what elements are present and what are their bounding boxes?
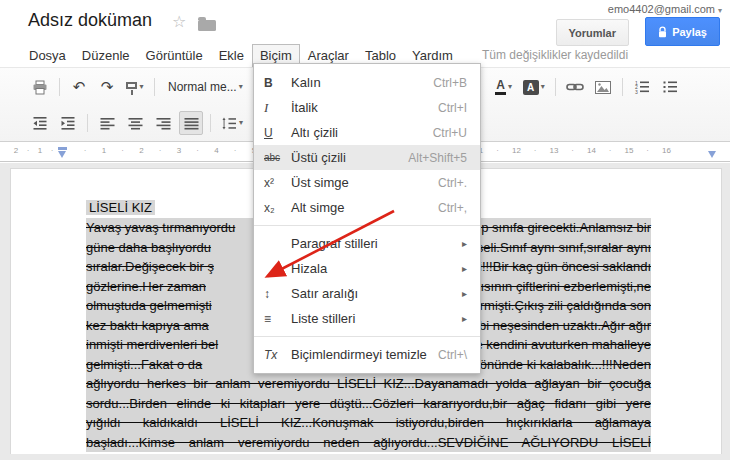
superscript-icon: x²	[264, 176, 291, 190]
toolbar-separator	[87, 114, 88, 132]
clear-formatting-icon: Tx	[264, 348, 291, 362]
share-button[interactable]: Paylaş	[645, 17, 720, 46]
account-menu[interactable]: emo4402@gmail.com▾	[608, 3, 722, 15]
doc-line: sordu...Birden elinde ki kitapları yere …	[86, 394, 651, 414]
line-spacing-icon	[221, 117, 237, 130]
chevron-down-icon: ▾	[718, 6, 722, 15]
increase-indent-button[interactable]	[56, 111, 80, 135]
undo-button[interactable]: ↶	[67, 75, 91, 99]
styles-value: Normal me...	[168, 80, 237, 94]
insert-link-button[interactable]	[563, 75, 587, 99]
menu-item-alt-simge[interactable]: x₂ Alt simge Ctrl+,	[254, 195, 480, 220]
align-right-button[interactable]	[151, 111, 175, 135]
menu-item-ust-simge[interactable]: x² Üst simge Ctrl+.	[254, 170, 480, 195]
ruler-mark: ·	[121, 146, 124, 156]
comments-button[interactable]: Yorumlar	[556, 19, 629, 46]
print-button[interactable]	[28, 75, 52, 99]
menu-item-bicimlendirmeyi-temizle[interactable]: Tx Biçimlendirmeyi temizle Ctrl+\	[254, 342, 480, 367]
ruler-mark: 1	[38, 146, 42, 156]
paint-format-button[interactable]: ▾	[123, 75, 147, 99]
insert-image-button[interactable]	[591, 75, 615, 99]
image-icon	[595, 81, 611, 94]
list-styles-icon: ≡	[264, 312, 291, 326]
menu-item-kalin[interactable]: B Kalın Ctrl+B	[254, 70, 480, 95]
menu-goruntule[interactable]: Görüntüle	[138, 44, 211, 67]
align-center-icon	[128, 117, 143, 130]
toolbar-separator	[154, 78, 155, 96]
chevron-down-icon: ▾	[239, 119, 243, 127]
highlight-color-icon: A	[523, 80, 539, 95]
undo-icon: ↶	[73, 79, 86, 95]
toolbar-separator	[59, 78, 60, 96]
text-color-icon: A	[495, 79, 506, 95]
ruler-mark: ·	[51, 146, 54, 156]
bullet-list-button[interactable]	[658, 75, 682, 99]
doc-line: başladı...Kimse anlam veremiyordu neden …	[86, 433, 651, 453]
numbered-list-button[interactable]: 1 2 3	[630, 75, 654, 99]
ruler-mark: 16	[662, 146, 671, 156]
decrease-indent-icon	[32, 116, 48, 130]
ruler-mark: 12	[512, 146, 521, 156]
chevron-down-icon: ▾	[508, 83, 512, 91]
bold-icon: B	[264, 76, 291, 90]
chevron-down-icon: ▾	[239, 83, 243, 91]
align-justify-button[interactable]	[179, 111, 203, 135]
highlight-color-button[interactable]: A ▾	[520, 75, 548, 99]
ruler-mark: ·	[196, 146, 199, 156]
toolbar-separator	[622, 78, 623, 96]
menu-item-alti-cizili[interactable]: U Altı çizili Ctrl+U	[254, 120, 480, 145]
ruler-mark: 1	[102, 146, 106, 156]
menu-ekle[interactable]: Ekle	[211, 44, 252, 67]
submenu-arrow-icon: ▸	[462, 313, 467, 324]
toolbar-separator	[555, 78, 556, 96]
redo-button[interactable]: ↷	[95, 75, 119, 99]
line-spacing-button[interactable]: ▾	[218, 111, 246, 135]
subscript-icon: x₂	[264, 201, 291, 215]
left-indent-marker[interactable]	[58, 151, 66, 158]
menu-separator	[254, 225, 480, 226]
google-docs-window: emo4402@gmail.com▾ Adsız doküman ☆ Yorum…	[0, 0, 730, 460]
doc-line: ağlıyordu herkes bir anlam veremiyordu L…	[86, 374, 651, 394]
menu-item-ustu-cizili[interactable]: abc Üstü çizili Alt+Shift+5	[254, 145, 480, 170]
ruler-mark: ·	[646, 146, 649, 156]
styles-dropdown[interactable]: Normal me... ▾	[162, 75, 249, 99]
link-icon	[566, 81, 584, 93]
menu-item-liste-stilleri[interactable]: ≡ Liste stilleri ▸	[254, 306, 480, 331]
menu-item-paragraf-stilleri[interactable]: Paragraf stilleri ▸	[254, 231, 480, 256]
header: emo4402@gmail.com▾ Adsız doküman ☆ Yorum…	[0, 0, 730, 44]
right-indent-marker[interactable]	[708, 151, 716, 158]
first-line-indent-marker[interactable]	[58, 147, 67, 150]
ruler-mark: ·	[496, 146, 499, 156]
account-email: emo4402@gmail.com	[608, 3, 715, 15]
ruler-mark: 4	[214, 146, 218, 156]
text-color-button[interactable]: A ▾	[492, 75, 516, 99]
ruler-mark: 14	[587, 146, 596, 156]
menu-item-italik[interactable]: I İtalik Ctrl+I	[254, 95, 480, 120]
chevron-down-icon: ▾	[139, 83, 143, 91]
folder-icon[interactable]	[198, 20, 216, 31]
ruler-mark: ·	[609, 146, 612, 156]
menu-separator	[254, 336, 480, 337]
ruler-mark: 2	[139, 146, 143, 156]
ruler-mark: ·	[159, 146, 162, 156]
ruler-mark: 13	[550, 146, 559, 156]
align-left-button[interactable]	[95, 111, 119, 135]
doc-title[interactable]: Adsız doküman	[28, 10, 152, 31]
menu-item-hizala[interactable]: Hizala ▸	[254, 256, 480, 281]
increase-indent-icon	[60, 116, 76, 130]
align-center-button[interactable]	[123, 111, 147, 135]
align-justify-icon	[184, 117, 199, 130]
redo-icon: ↷	[101, 79, 114, 95]
submenu-arrow-icon: ▸	[462, 263, 467, 274]
star-icon[interactable]: ☆	[172, 13, 186, 31]
ruler-mark: ·	[534, 146, 537, 156]
ruler-mark: ·	[234, 146, 237, 156]
align-left-icon	[100, 117, 115, 130]
menu-item-satir-araligi[interactable]: ↕ Satır aralığı ▸	[254, 281, 480, 306]
menu-dosya[interactable]: Dosya	[21, 44, 74, 67]
chevron-down-icon: ▾	[541, 83, 545, 91]
line-spacing-icon: ↕	[264, 287, 291, 301]
format-menu: B Kalın Ctrl+B I İtalik Ctrl+I U Altı çi…	[253, 63, 481, 374]
menu-duzenle[interactable]: Düzenle	[74, 44, 138, 67]
decrease-indent-button[interactable]	[28, 111, 52, 135]
